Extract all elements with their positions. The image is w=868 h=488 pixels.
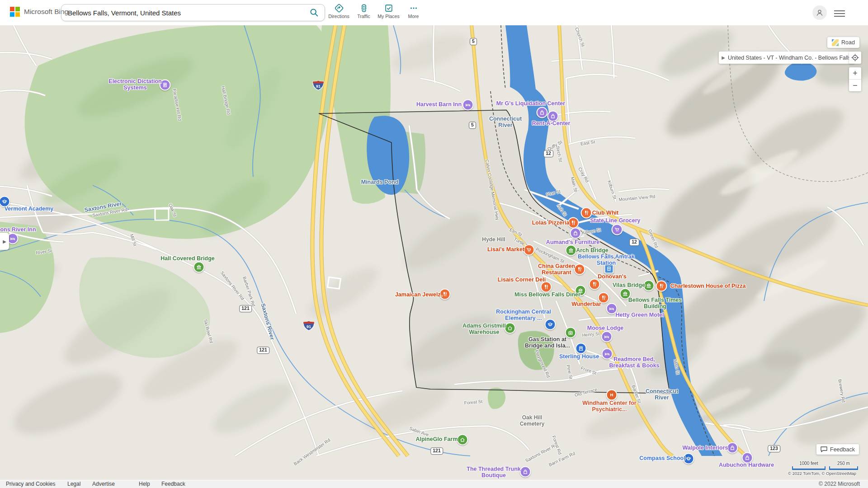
poi-pin-arch-bridge-bank-icon[interactable] — [566, 245, 577, 256]
map-canvas[interactable]: Electronic Dictation SystemsHarvest Barn… — [0, 25, 868, 480]
poi-label-bellows-falls-times[interactable]: Bellows Falls Times Building — [628, 297, 682, 310]
poi-label-rent-a-center[interactable]: Rent-A-Center — [532, 120, 571, 127]
road-label-rockingham-st: Rockingham St — [535, 247, 565, 264]
zoom-out-button[interactable]: − — [849, 80, 861, 91]
poi-label-gas-station-at[interactable]: Gas Station at Bridge and Isla... — [525, 336, 570, 349]
route-5-shield: 5 — [469, 122, 476, 129]
locate-me-button[interactable] — [849, 52, 861, 64]
poi-label-vermont-academy[interactable]: Vermont Academy — [5, 206, 54, 212]
bing-logo[interactable]: Microsoft Bing — [10, 7, 68, 17]
poi-label-windham-center-for[interactable]: Windham Center for Psychiatric... — [582, 400, 636, 413]
scale-metric-label: 250 m — [829, 461, 858, 466]
poi-pin-aumand-s-furniture-bag-icon[interactable] — [570, 228, 581, 239]
poi-label-aumand-s-furniture[interactable]: Aumand's Furniture — [546, 239, 599, 245]
road-label-elm-st: Elm St — [509, 227, 523, 237]
poi-pin-mr-g-s-liquidation-center-bag-icon[interactable] — [537, 107, 548, 118]
map-feedback-button[interactable]: Feedback — [816, 444, 859, 455]
breadcrumb: ▶ United States - VT - Windham Co. - Bel… — [719, 52, 855, 64]
poi-label-state-line-grocery[interactable]: State Line Grocery — [590, 217, 640, 224]
road-label-oak-st: Oak St — [168, 203, 178, 217]
poi-label-miss-bellows-falls-diner[interactable]: Miss Bellows Falls Diner — [514, 291, 580, 298]
footer-link-legal[interactable]: Legal — [67, 481, 80, 487]
poi-pin-alpineglo-farm-house-icon[interactable] — [457, 434, 468, 446]
poi-label-vilas-bridge[interactable]: Vilas Bridge — [613, 282, 645, 288]
footer-link-privacy[interactable]: Privacy and Cookies — [6, 481, 55, 487]
poi-label-club-whit[interactable]: Club Whit — [592, 210, 618, 216]
poi-label-compass-school[interactable]: Compass School — [639, 455, 685, 461]
footer-link-help[interactable]: Help — [139, 481, 150, 487]
road-label-pine-st: Pine St — [546, 189, 561, 197]
my-places-icon — [384, 3, 394, 13]
poi-label-sterling-house[interactable]: Sterling House — [559, 353, 599, 360]
poi-pin-windham-center-for-hospital-icon[interactable]: H — [606, 389, 618, 401]
search-icon[interactable] — [309, 8, 319, 18]
poi-pin-moose-lodge-bed-icon[interactable] — [601, 331, 613, 343]
sidebar-expander[interactable]: ▶ — [0, 233, 9, 250]
poi-label-rockingham-central[interactable]: Rockingham Central Elementary ... — [496, 309, 551, 321]
road-label-church-st: Church St — [574, 27, 586, 47]
map-style-road-button[interactable]: Road — [827, 37, 859, 48]
poi-pin-state-line-grocery-cart-icon[interactable] — [612, 224, 623, 235]
poi-label-jamaican-jewelz[interactable]: Jamaican Jewelz. — [395, 291, 442, 298]
poi-label-lolas-pizzeria[interactable]: Lolas Pizzeria — [532, 220, 570, 226]
breadcrumb-text[interactable]: United States - VT - Windham Co. - Bello… — [728, 55, 851, 61]
poi-pin-adams-gristmill-house-icon[interactable] — [505, 323, 516, 334]
poi-label-aubuchon-hardware[interactable]: Aubuchon Hardware — [719, 462, 774, 468]
poi-label-walpole-interiors[interactable]: Walpole Interiors — [683, 445, 728, 451]
more-button[interactable]: More — [401, 2, 426, 19]
road-label-forest-st: Forest St — [464, 399, 482, 405]
poi-label-the-threaded-trunk[interactable]: The Threaded Trunk Boutique — [467, 466, 520, 479]
poi-pin-lisais-corner-deli-utensils-icon[interactable] — [541, 282, 552, 293]
menu-button[interactable] — [834, 9, 845, 19]
poi-label-ons-river-inn[interactable]: ons River Inn — [0, 226, 36, 233]
poi-label-arch-bridge[interactable]: Arch Bridge — [576, 247, 609, 253]
poi-label-lisai-s-market[interactable]: Lisai's Market — [487, 246, 524, 253]
poi-label-hetty-green-motel[interactable]: Hetty Green Motel — [616, 312, 664, 318]
breadcrumb-expand-icon[interactable]: ▶ — [719, 55, 728, 60]
poi-label-charlestown-house-of-pizza[interactable]: Charlestown House of Pizza — [670, 283, 746, 289]
poi-label-china-garden[interactable]: China Garden Restaurant — [538, 263, 575, 276]
poi-pin-harvest-barn-inn-bed-icon[interactable] — [462, 99, 474, 111]
traffic-icon — [359, 3, 369, 13]
poi-label-adams-gristmill[interactable]: Adams Gristmill Warehouse — [462, 323, 506, 335]
road-label-pine-st: Pine St — [566, 364, 573, 380]
route-121-shield: 121 — [430, 447, 443, 455]
search-input[interactable] — [67, 9, 309, 17]
road-label-ski-bowl-rd: Ski Bowl Rd — [203, 319, 214, 344]
footer-link-advertise[interactable]: Advertise — [92, 481, 115, 487]
poi-label-wunderbar[interactable]: Wunderbar — [571, 301, 601, 307]
poi-label-alpineglo-farm[interactable]: AlpineGlo Farm — [415, 436, 458, 442]
my-places-button[interactable]: My Places — [376, 2, 401, 19]
poi-pin-walpole-interiors-bag-icon[interactable] — [727, 442, 738, 454]
poi-pin-charlestown-house-of-pizza-utensils-icon[interactable] — [656, 281, 667, 292]
road-label-back-westminster-rd: Back Westminster Rd — [293, 437, 331, 466]
poi-label-donovan-s[interactable]: Donovan's — [598, 273, 626, 280]
poi-label-hall-covered-bridge[interactable]: Hall Covered Bridge — [160, 255, 214, 262]
search-box[interactable] — [61, 4, 325, 21]
poi-pin-hall-covered-bridge-bank-icon[interactable] — [193, 262, 205, 273]
road-label-green-rd: Green Rd — [647, 229, 659, 249]
directions-button[interactable]: Directions — [326, 2, 351, 19]
poi-label-moose-lodge[interactable]: Moose Lodge — [587, 325, 624, 331]
footer-link-feedback[interactable]: Feedback — [161, 481, 185, 487]
poi-pin-sterling-house-building-icon[interactable] — [576, 343, 587, 354]
area-label-hyde-hill: Hyde Hill — [482, 237, 505, 243]
poi-pin-donovan-s-utensils-icon[interactable] — [589, 279, 600, 290]
traffic-button[interactable]: Traffic — [351, 2, 376, 19]
poi-label-lisais-corner-deli[interactable]: Lisais Corner Deli — [498, 277, 546, 283]
account-button[interactable] — [812, 5, 827, 20]
road-label-brewery-rd: Brewery Rd — [837, 379, 846, 403]
poi-pin-the-threaded-trunk-bag-icon[interactable] — [520, 466, 531, 478]
road-button-label: Road — [841, 39, 855, 46]
water-label-connecticut: Connecticut River — [646, 388, 678, 401]
road-label-saxtons-river-rd: Saxtons River Rd — [220, 270, 245, 301]
poi-pin-lisai-s-market-cart-icon[interactable] — [524, 244, 535, 256]
poi-label-electronic-dictation[interactable]: Electronic Dictation Systems — [108, 78, 161, 91]
poi-pin-club-whit-utensils-icon[interactable] — [581, 207, 592, 219]
poi-label-harvest-barn-inn[interactable]: Harvest Barn Inn — [416, 101, 462, 108]
zoom-in-button[interactable]: + — [849, 67, 861, 80]
road-label-paradise-hill-rd: Paradise Hill Rd — [172, 89, 182, 122]
poi-label-readmore-bed[interactable]: Readmore Bed, Breakfast & Books — [609, 356, 659, 369]
poi-label-bellows-falls-amtrak[interactable]: Bellows Falls Amtrak Station — [578, 253, 634, 266]
poi-label-mr-g-s-liquidation-center[interactable]: Mr G's Liquidation Center — [496, 100, 565, 107]
